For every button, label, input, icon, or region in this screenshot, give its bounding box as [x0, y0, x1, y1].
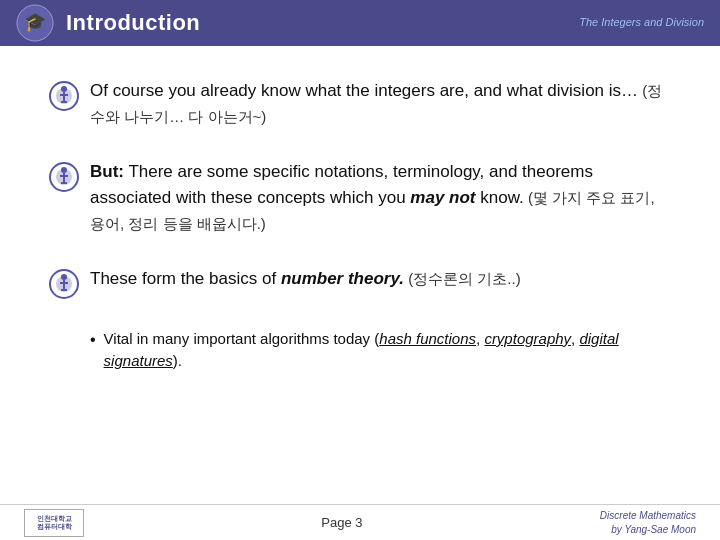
header-subtitle: The Integers and Division — [579, 15, 704, 30]
header-title: Introduction — [66, 10, 200, 36]
sub-bullet: Vital in many important algorithms today… — [90, 328, 672, 373]
footer-logo-box: 인천대학교컴퓨터대학 — [24, 509, 84, 537]
footer-credit: Discrete Mathematics by Yang-Sae Moon — [600, 509, 696, 537]
footer: 인천대학교컴퓨터대학 Page 3 Discrete Mathematics b… — [0, 504, 720, 540]
svg-text:🎓: 🎓 — [24, 11, 47, 33]
svg-point-10 — [61, 167, 67, 173]
main-content: Of course you already know what the inte… — [0, 46, 720, 393]
bullet-icon-2 — [48, 161, 80, 193]
bullet-text-1: Of course you already know what the inte… — [90, 78, 672, 131]
svg-point-16 — [61, 274, 67, 280]
header-bar: 🎓 Introduction The Integers and Division — [0, 0, 720, 46]
svg-point-4 — [61, 86, 67, 92]
bullet-item-3: These form the basics of number theory. … — [48, 266, 672, 300]
footer-logo: 인천대학교컴퓨터대학 — [24, 509, 84, 537]
header-logo-icon: 🎓 — [16, 4, 54, 42]
bullet-text-2: But: There are some specific notations, … — [90, 159, 672, 238]
bullet-text-3: These form the basics of number theory. … — [90, 266, 521, 292]
bullet-icon-1 — [48, 80, 80, 112]
footer-page: Page 3 — [321, 515, 362, 530]
bullet-item-1: Of course you already know what the inte… — [48, 78, 672, 131]
bullet-icon-3 — [48, 268, 80, 300]
bullet-item-2: But: There are some specific notations, … — [48, 159, 672, 238]
